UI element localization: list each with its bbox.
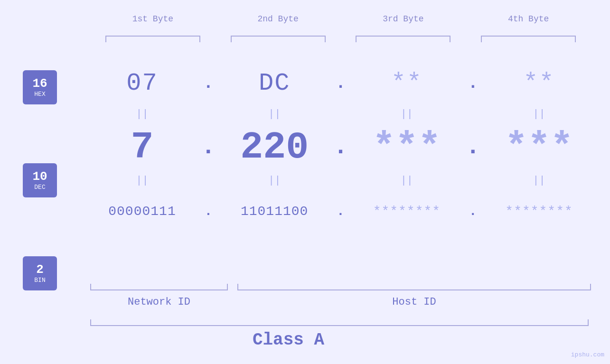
dot-dec-1: . [194,135,223,159]
hex-badge-label: HEX [34,91,45,98]
dot-bin-1: . [194,204,223,219]
dot-hex-3: . [459,74,487,93]
bin-badge-label: BIN [34,277,45,284]
class-label: Class A [0,330,577,350]
eq8: || [487,175,591,187]
bin-row: 00000111 . 11011100 . ******** . *******… [90,190,591,233]
bracket-top-1 [105,36,200,42]
bin-byte4: ******** [487,204,591,219]
eq2: || [223,108,327,120]
values-grid: 07 . DC . ** . ** || || [90,62,591,233]
bracket-top-3 [356,36,450,42]
bin-byte3: ******** [355,204,459,219]
bracket-top-2 [231,36,326,42]
eq4: || [487,108,591,120]
watermark: ipshu.com [571,351,604,358]
bottom-labels: Network ID Host ID [90,296,591,308]
dec-byte2: 220 [223,126,327,169]
top-brackets [90,36,591,42]
bin-byte2: 11011100 [223,204,327,219]
hex-byte4: ** [487,69,591,97]
hex-byte3: ** [355,69,459,97]
column-headers: 1st Byte 2nd Byte 3rd Byte 4th Byte [90,14,591,24]
eq1: || [90,108,194,120]
bracket-top-4 [481,36,576,42]
badge-column: 16 HEX 10 DEC 2 BIN [23,70,57,290]
bin-badge-num: 2 [36,263,44,276]
eq7: || [355,175,459,187]
equal-row-1: || || || || [90,104,591,123]
dec-badge-label: DEC [34,184,45,191]
hex-badge: 16 HEX [23,70,57,104]
page-container: 16 HEX 10 DEC 2 BIN 1st Byte 2nd Byte 3r… [0,0,610,364]
dot-bin-3: . [459,204,487,219]
hex-byte1: 07 [90,69,194,97]
host-id-label: Host ID [237,296,591,308]
dot-hex-2: . [327,74,355,93]
hex-badge-num: 16 [32,77,47,90]
dec-byte3: *** [355,126,459,169]
full-bottom-bracket [90,319,589,326]
eq6: || [223,175,327,187]
dec-badge-num: 10 [32,170,47,183]
dot-dec-3: . [459,135,487,159]
host-bracket [237,284,591,290]
dot-bin-2: . [327,204,355,219]
col3-header: 3rd Byte [351,14,455,24]
dot-hex-1: . [194,74,223,93]
hex-row: 07 . DC . ** . ** [90,62,591,104]
equal-row-2: || || || || [90,171,591,190]
col2-header: 2nd Byte [226,14,330,24]
eq3: || [355,108,459,120]
dec-badge: 10 DEC [23,163,57,197]
bin-byte1: 00000111 [90,204,194,219]
dec-byte1: 7 [90,126,194,169]
network-bracket [90,284,228,290]
network-id-label: Network ID [90,296,228,308]
hex-byte2: DC [223,69,327,97]
bottom-sub-brackets [90,284,591,290]
dot-dec-2: . [327,135,355,159]
eq5: || [90,175,194,187]
bin-badge: 2 BIN [23,256,57,290]
dec-row: 7 . 220 . *** . *** [90,123,591,171]
col4-header: 4th Byte [476,14,581,24]
dec-byte4: *** [487,126,591,169]
col1-header: 1st Byte [101,14,205,24]
